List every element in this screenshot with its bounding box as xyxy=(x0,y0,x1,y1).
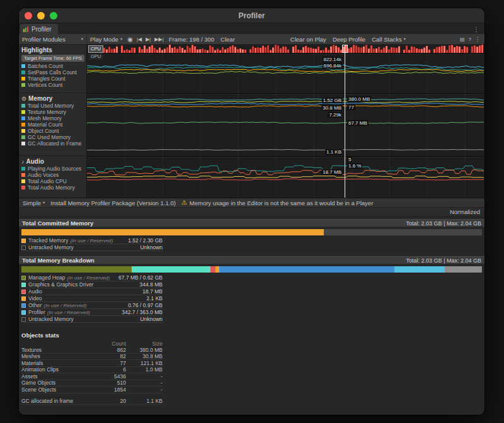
profiler-chart[interactable] xyxy=(87,45,484,198)
profiler-chart-area[interactable]: CPU GPU 822.14k696.84k1.52 GB30.8 MB7.29… xyxy=(87,45,484,198)
clear-on-play-button[interactable]: Clear on Play xyxy=(287,34,329,44)
table-row-meshes: Meshes 82 30.8 MB xyxy=(21,354,163,361)
module-section-audio: ♪ Audio Playing Audio Sources Audio Voic… xyxy=(19,156,86,198)
help-button[interactable]: ? xyxy=(467,34,473,44)
chart-series-line xyxy=(87,65,484,67)
series-color-swatch xyxy=(21,239,26,243)
legend-label: Total Used Memory xyxy=(28,103,74,109)
legend-label: Mesh Memory xyxy=(28,115,62,121)
legend-note: (In use / Reserved) xyxy=(43,303,86,308)
chart-value-label: 822.14k xyxy=(323,57,343,62)
toolbar-menu-button[interactable]: ⋮ xyxy=(473,34,482,44)
legend-label: GC Used Memory xyxy=(28,134,71,140)
module-header-highlights[interactable]: Highlights xyxy=(19,45,86,54)
selected-frame-marker[interactable] xyxy=(342,45,348,53)
legend-item-total-audio-cpu[interactable]: Total Audio CPU xyxy=(19,178,86,184)
chevron-down-icon: ▾ xyxy=(120,37,122,42)
legend-note: (In use / Reserved) xyxy=(47,310,90,315)
profiler-charts-region: Highlights Target Frame Time: 60 FPS Bat… xyxy=(19,45,484,198)
help-icon: ? xyxy=(469,37,471,42)
legend-item-vertices-count[interactable]: Vertices Count xyxy=(19,82,86,88)
gpu-target-label[interactable]: GPU xyxy=(89,54,103,60)
row-size: 380.0 MB xyxy=(126,347,163,353)
series-color-swatch xyxy=(21,167,25,171)
row-label: GC allocated in frame xyxy=(21,398,97,404)
legend-label: Total Audio CPU xyxy=(28,178,67,184)
legend-item-total-audio-memory[interactable]: Total Audio Memory xyxy=(19,184,86,191)
memory-bar-segment xyxy=(21,229,324,235)
series-color-swatch xyxy=(21,123,25,127)
legend-item-total-used-memory[interactable]: Total Used Memory xyxy=(19,103,86,109)
current-frame-icon: ▶▶| xyxy=(154,37,163,42)
series-color-swatch xyxy=(21,303,26,308)
memory-bar-segment xyxy=(445,266,481,273)
record-button[interactable]: ◉ xyxy=(125,34,135,44)
chart-series-line xyxy=(87,166,484,172)
detail-view-dropdown[interactable]: Simple ▾ xyxy=(23,200,45,206)
call-stacks-dropdown[interactable]: Call Stacks ▾ xyxy=(369,34,409,44)
play-mode-dropdown[interactable]: Play Mode ▾ xyxy=(87,34,125,44)
legend-item-texture-memory[interactable]: Texture Memory xyxy=(19,109,86,115)
series-color-swatch xyxy=(21,276,26,280)
layout-button[interactable]: ▤ xyxy=(458,34,467,44)
chart-value-label: 18.7 MB xyxy=(321,169,343,175)
profiler-modules-dropdown[interactable]: Profiler Modules ▾ xyxy=(19,34,87,44)
legend-item-material-count[interactable]: Material Count xyxy=(19,121,86,128)
row-size: - xyxy=(126,380,163,386)
section-title: Total Memory Breakdown xyxy=(22,257,94,264)
series-color-swatch xyxy=(21,142,25,145)
chart-value-label: 380.0 MB xyxy=(347,96,371,102)
clear-button[interactable]: Clear xyxy=(217,34,238,44)
table-row-game-objects: Game Objects 510 - xyxy=(21,380,163,387)
legend-item-setpass-calls-count[interactable]: SetPass Calls Count xyxy=(19,69,86,76)
committed-memory-header: Total Committed Memory Total: 2.03 GB | … xyxy=(19,219,484,227)
legend-item-gc-used-memory[interactable]: GC Used Memory xyxy=(19,134,86,140)
legend-item-mesh-memory[interactable]: Mesh Memory xyxy=(19,115,86,121)
target-frame-time-button[interactable]: Target Frame Time: 60 FPS xyxy=(21,55,84,62)
titlebar[interactable]: Profiler xyxy=(19,8,484,23)
cpu-target-label[interactable]: CPU xyxy=(88,45,103,53)
memory-bar-segment xyxy=(132,266,210,273)
legend-item-gc-allocated-in-frame[interactable]: GC Allocated in Frame xyxy=(19,140,86,147)
series-color-swatch xyxy=(21,283,26,287)
series-color-swatch xyxy=(21,310,26,315)
module-header-memory[interactable]: ⚙ Memory xyxy=(19,93,86,103)
legend-value: 67.7 MB / 0.62 GB xyxy=(118,274,163,281)
legend-item-playing-audio-sources[interactable]: Playing Audio Sources xyxy=(19,166,86,172)
chart-series-line xyxy=(87,176,484,178)
legend-label: Vertices Count xyxy=(28,82,62,88)
deep-profile-button[interactable]: Deep Profile xyxy=(329,34,369,44)
normalized-row: Normalized xyxy=(19,208,484,217)
table-row-scene-objects: Scene Objects 1854 - xyxy=(21,386,163,393)
playhead[interactable] xyxy=(345,45,345,198)
module-section-highlights: Highlights Target Frame Time: 60 FPS Bat… xyxy=(19,45,86,93)
next-frame-button[interactable]: ▶| xyxy=(144,34,152,44)
legend-item-audio-voices[interactable]: Audio Voices xyxy=(19,172,86,178)
legend-item-batches-count[interactable]: Batches Count xyxy=(19,63,86,69)
legend-label: Tracked Memory xyxy=(28,237,68,244)
detail-toolbar: Simple ▾ Install Memory Profiler Package… xyxy=(19,198,484,208)
section-totals: Total: 2.03 GB | Max: 2.04 GB xyxy=(406,220,481,227)
tab-profiler[interactable]: Profiler xyxy=(20,24,58,34)
legend-label: Audio xyxy=(28,288,42,295)
series-color-swatch xyxy=(21,296,26,301)
legend-row-audio: Audio 18.7 MB xyxy=(21,288,163,295)
legend-item-triangles-count[interactable]: Triangles Count xyxy=(19,76,86,82)
install-memory-profiler-button[interactable]: Install Memory Profiler Package (Version… xyxy=(50,200,176,206)
legend-item-object-count[interactable]: Object Count xyxy=(19,128,86,134)
prev-frame-button[interactable]: |◀ xyxy=(135,34,144,44)
chart-series-line xyxy=(87,179,484,180)
tab-menu-icon[interactable]: ⋮ xyxy=(473,26,484,34)
legend-label: Untracked Memory xyxy=(28,316,74,322)
legend-label: Texture Memory xyxy=(28,109,66,115)
chart-series-line xyxy=(87,101,484,103)
legend-label: Managed Heap xyxy=(28,274,65,281)
legend-label: GC Allocated in Frame xyxy=(28,140,82,147)
legend-label: Playing Audio Sources xyxy=(28,166,81,172)
normalized-toggle[interactable]: Normalized xyxy=(450,208,480,215)
current-frame-button[interactable]: ▶▶| xyxy=(152,34,165,44)
chart-value-label: 1.6 % xyxy=(347,163,362,169)
module-header-audio[interactable]: ♪ Audio xyxy=(19,156,86,166)
legend-label: SetPass Calls Count xyxy=(28,69,77,76)
legend-label: Graphics & Graphics Driver xyxy=(28,281,93,288)
